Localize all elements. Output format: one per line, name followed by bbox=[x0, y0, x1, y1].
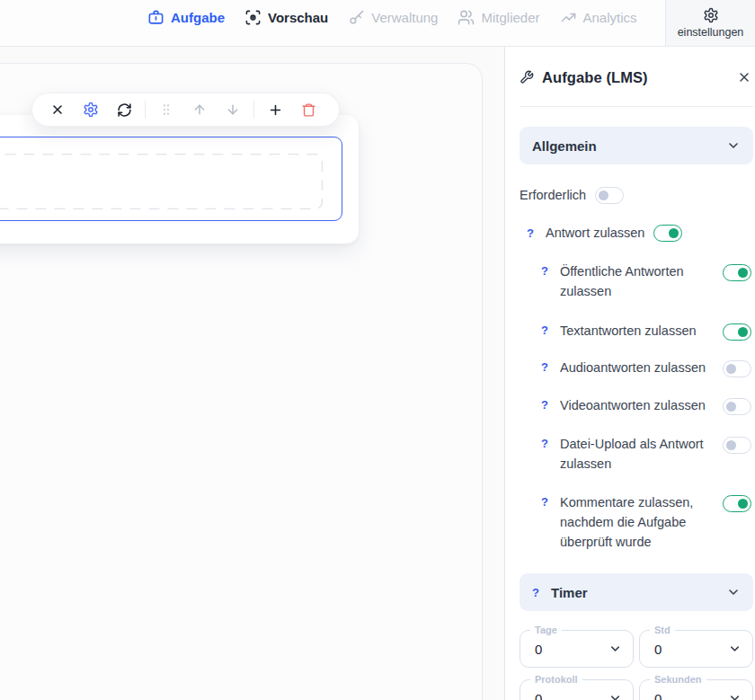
setting-row-kommentare: ? Kommentare zulassen, nachdem die Aufga… bbox=[520, 492, 753, 552]
help-icon[interactable]: ? bbox=[532, 586, 540, 599]
toggle-antwort-zulassen[interactable] bbox=[653, 225, 682, 242]
toolbar-divider bbox=[145, 101, 146, 119]
select-sekunden[interactable]: Sekunden 0 bbox=[639, 679, 753, 700]
tab-vorschau[interactable]: Vorschau bbox=[244, 9, 328, 26]
toggle-videoantworten[interactable] bbox=[723, 398, 751, 415]
gear-icon[interactable] bbox=[75, 93, 107, 126]
dashed-border bbox=[0, 154, 323, 209]
settings-label: einstellungen bbox=[678, 26, 744, 39]
setting-label: Erforderlich bbox=[520, 185, 586, 205]
close-icon[interactable] bbox=[41, 93, 74, 126]
select-value: 0 bbox=[654, 642, 662, 657]
help-icon[interactable]: ? bbox=[527, 226, 535, 240]
divider bbox=[520, 106, 753, 107]
help-icon[interactable]: ? bbox=[541, 492, 549, 512]
help-icon[interactable]: ? bbox=[541, 321, 549, 341]
setting-row-antwort-zulassen: ? Antwort zulassen bbox=[520, 217, 753, 248]
panel-title: Aufgabe (LMS) bbox=[542, 69, 648, 86]
key-icon bbox=[348, 9, 365, 26]
move-up-icon[interactable] bbox=[183, 93, 216, 126]
tab-label: Mitglieder bbox=[481, 10, 539, 25]
nav-tabs: Aufgabe Vorschau Verwaltung Mitglieder A bbox=[147, 0, 637, 34]
select-label: Sekunden bbox=[650, 674, 706, 685]
toggle-knob bbox=[726, 364, 736, 374]
toggle-datei-upload[interactable] bbox=[723, 437, 751, 454]
setting-label: Datei-Upload als Antwort zulassen bbox=[560, 434, 718, 474]
wrench-icon bbox=[520, 70, 534, 84]
tab-label: Analytics bbox=[583, 10, 637, 25]
help-icon[interactable]: ? bbox=[541, 358, 549, 377]
setting-row-erforderlich: Erforderlich bbox=[520, 180, 753, 210]
close-icon[interactable] bbox=[737, 70, 751, 84]
select-protokoll[interactable]: Protokoll 0 bbox=[520, 679, 634, 700]
toggle-knob bbox=[599, 191, 608, 200]
setting-label: Antwort zulassen bbox=[546, 223, 644, 243]
toggle-knob bbox=[726, 440, 736, 450]
chevron-down-icon bbox=[728, 642, 742, 656]
setting-label: Videoantworten zulassen bbox=[560, 395, 706, 415]
users-icon bbox=[457, 9, 475, 26]
select-label: Std bbox=[650, 625, 675, 635]
toggle-audioantworten[interactable] bbox=[723, 360, 751, 377]
trash-icon[interactable] bbox=[292, 93, 324, 126]
section-timer[interactable]: ? Timer bbox=[520, 573, 753, 611]
setting-row-videoantworten: ? Videoantworten zulassen bbox=[520, 395, 753, 415]
select-tage[interactable]: Tage 0 bbox=[520, 630, 634, 668]
tab-aufgabe[interactable]: Aufgabe bbox=[147, 9, 225, 26]
help-icon[interactable]: ? bbox=[541, 434, 549, 454]
toggle-knob bbox=[738, 499, 748, 509]
chevron-down-icon[interactable] bbox=[726, 585, 741, 599]
setting-label: Audioantworten zulassen bbox=[560, 358, 706, 377]
toggle-kommentare[interactable] bbox=[723, 495, 751, 512]
setting-row-oeffentliche-antworten: ? Öffentliche Antworten zulassen bbox=[520, 261, 753, 301]
toggle-erforderlich[interactable] bbox=[595, 187, 624, 204]
setting-row-audioantworten: ? Audioantworten zulassen bbox=[520, 358, 753, 377]
select-value: 0 bbox=[654, 691, 662, 700]
toolbar-divider bbox=[253, 101, 254, 119]
setting-row-textantworten: ? Textantworten zulassen bbox=[520, 321, 753, 341]
toggle-knob bbox=[726, 402, 736, 412]
chevron-down-icon[interactable] bbox=[726, 138, 741, 153]
tab-label: Aufgabe bbox=[171, 10, 225, 25]
top-navigation-bar: Aufgabe Vorschau Verwaltung Mitglieder A bbox=[0, 0, 755, 47]
gear-icon bbox=[703, 7, 719, 23]
chevron-down-icon bbox=[728, 692, 742, 700]
add-icon[interactable] bbox=[259, 93, 291, 126]
chevron-down-icon bbox=[608, 642, 622, 656]
toggle-textantworten[interactable] bbox=[723, 323, 751, 341]
tab-mitglieder[interactable]: Mitglieder bbox=[457, 9, 539, 26]
setting-label: Textantworten zulassen bbox=[560, 321, 697, 341]
tab-analytics[interactable]: Analytics bbox=[560, 9, 637, 26]
scan-eye-icon bbox=[244, 9, 262, 26]
tab-verwaltung[interactable]: Verwaltung bbox=[348, 9, 438, 26]
refresh-icon[interactable] bbox=[108, 93, 140, 126]
toggle-knob bbox=[669, 228, 679, 238]
tab-label: Vorschau bbox=[268, 10, 328, 25]
select-std[interactable]: Std 0 bbox=[639, 630, 753, 668]
settings-button[interactable]: einstellungen bbox=[665, 0, 755, 46]
briefcase-icon bbox=[147, 9, 164, 26]
settings-panel: Aufgabe (LMS) Allgemein Erforderlich ? A… bbox=[504, 47, 755, 700]
help-icon[interactable]: ? bbox=[541, 261, 549, 281]
select-value: 0 bbox=[535, 691, 542, 700]
move-down-icon[interactable] bbox=[217, 93, 249, 126]
setting-row-datei-upload: ? Datei-Upload als Antwort zulassen bbox=[520, 434, 753, 474]
select-value: 0 bbox=[535, 642, 542, 657]
section-allgemein[interactable]: Allgemein bbox=[520, 127, 753, 164]
section-label: Timer bbox=[551, 585, 588, 600]
select-label: Tage bbox=[530, 625, 562, 635]
help-icon[interactable]: ? bbox=[541, 395, 549, 415]
chevron-down-icon bbox=[608, 692, 622, 700]
tab-label: Verwaltung bbox=[371, 10, 438, 25]
empty-dropzone[interactable] bbox=[0, 154, 323, 209]
section-label: Allgemein bbox=[532, 138, 597, 154]
toggle-oeffentliche-antworten[interactable] bbox=[723, 264, 751, 281]
setting-label: Öffentliche Antworten zulassen bbox=[560, 261, 718, 301]
panel-header: Aufgabe (LMS) bbox=[520, 69, 753, 85]
select-label: Protokoll bbox=[530, 674, 582, 685]
trending-up-icon bbox=[560, 9, 577, 26]
setting-label: Kommentare zulassen, nachdem die Aufgabe… bbox=[560, 492, 718, 552]
toggle-knob bbox=[738, 268, 748, 278]
drag-handle-icon[interactable] bbox=[150, 93, 182, 126]
toggle-knob bbox=[738, 327, 748, 337]
